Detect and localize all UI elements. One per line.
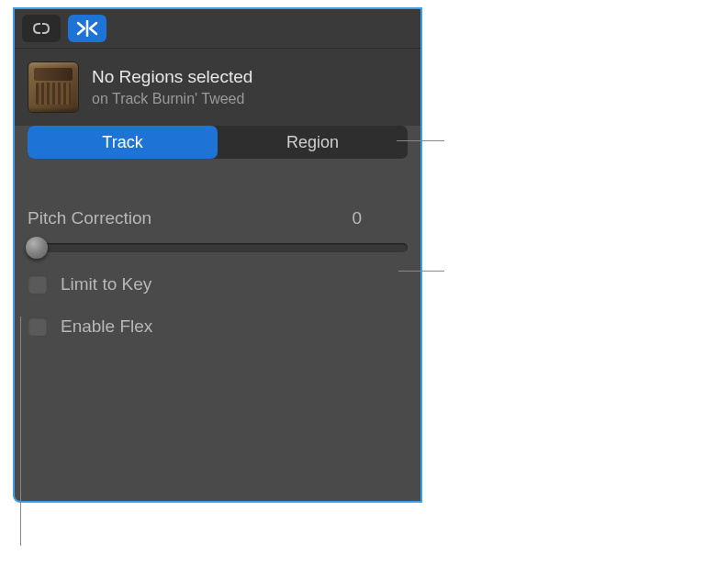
header-text: No Regions selected on Track Burnin' Twe… <box>92 67 252 107</box>
enable-flex-row: Enable Flex <box>28 316 408 337</box>
pitch-correction-slider[interactable] <box>28 243 408 252</box>
callout-line <box>20 316 21 546</box>
link-icon <box>30 21 52 36</box>
pitch-correction-row: Pitch Correction 0 <box>28 208 408 252</box>
slider-thumb[interactable] <box>26 237 48 259</box>
header-section: No Regions selected on Track Burnin' Twe… <box>15 49 420 126</box>
tab-region[interactable]: Region <box>218 126 408 159</box>
toolbar <box>15 9 420 49</box>
content-area: Pitch Correction 0 Limit to Key Enable F… <box>15 172 420 350</box>
limit-to-key-checkbox[interactable] <box>28 274 48 294</box>
enable-flex-label: Enable Flex <box>61 316 152 337</box>
pitch-correction-label: Pitch Correction <box>28 208 151 228</box>
track-region-tabs: Track Region <box>28 126 408 159</box>
slider-labels: Pitch Correction 0 <box>28 208 408 228</box>
header-title: No Regions selected <box>92 67 252 87</box>
collapse-icon-button[interactable] <box>68 15 106 42</box>
track-amp-icon <box>28 61 79 113</box>
tab-track[interactable]: Track <box>28 126 218 159</box>
header-subtitle: on Track Burnin' Tweed <box>92 91 252 107</box>
limit-to-key-row: Limit to Key <box>28 274 408 294</box>
collapse-icon <box>75 20 99 37</box>
enable-flex-checkbox[interactable] <box>28 316 48 337</box>
inspector-panel: No Regions selected on Track Burnin' Twe… <box>13 7 422 503</box>
pitch-correction-value[interactable]: 0 <box>352 208 408 228</box>
callout-line <box>397 140 444 141</box>
limit-to-key-label: Limit to Key <box>61 274 151 294</box>
callout-line <box>398 271 444 272</box>
link-icon-button[interactable] <box>22 15 61 42</box>
